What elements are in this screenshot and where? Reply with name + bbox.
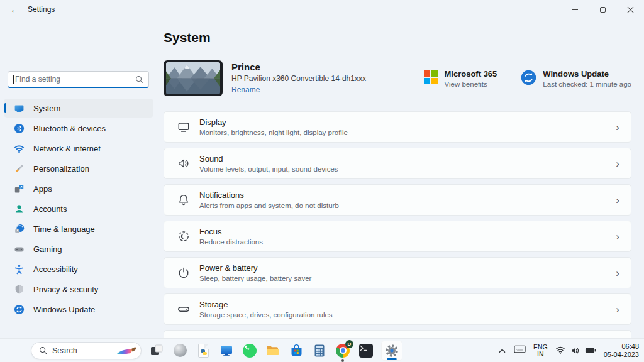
search-icon (39, 346, 47, 354)
wallpaper-image (166, 62, 220, 94)
sidebar-item-gaming[interactable]: Gaming (4, 239, 153, 258)
maximize-button[interactable] (589, 0, 616, 19)
sidebar-item-accessibility[interactable]: Accessibility (4, 260, 153, 278)
sphere-icon (174, 344, 187, 357)
terminal-button[interactable] (358, 343, 374, 359)
clock[interactable]: 06:48 05-04-2023 (604, 343, 639, 359)
chevron-up-icon (498, 348, 506, 354)
row-text: Power & battery Sleep, battery usage, ba… (199, 263, 311, 282)
monitor-icon (219, 343, 234, 358)
close-button[interactable] (616, 0, 644, 19)
sidebar-item-privacy-security[interactable]: Privacy & security (4, 280, 153, 299)
settings-row-display[interactable]: Display Monitors, brightness, night ligh… (164, 111, 631, 143)
sidebar-item-apps[interactable]: Apps (4, 179, 153, 198)
brush-icon (14, 163, 25, 174)
tray-time: 06:48 (604, 343, 639, 351)
device-model: HP Pavilion x360 Convertible 14-dh1xxx (231, 74, 366, 83)
row-title: Sound (199, 154, 338, 163)
power-icon (177, 266, 191, 280)
sidebar-item-label: Accessibility (33, 265, 78, 274)
windows-logo-icon (8, 343, 24, 359)
device-meta: Prince HP Pavilion x360 Convertible 14-d… (231, 62, 366, 95)
microsoft-logo-icon (424, 70, 438, 85)
task-view-button[interactable] (148, 343, 165, 359)
search-highlight-brush-icon (116, 345, 137, 356)
settings-row-sound[interactable]: Sound Volume levels, output, input, soun… (164, 148, 631, 179)
sound-icon (177, 156, 191, 170)
settings-list: Display Monitors, brightness, night ligh… (164, 111, 631, 338)
restore-icon (600, 7, 606, 13)
microsoft-store-button[interactable] (288, 343, 304, 359)
settings-row-power-battery[interactable]: Power & battery Sleep, battery usage, ba… (164, 257, 631, 288)
promo-subtitle: View benefits (445, 80, 497, 88)
sidebar-item-accounts[interactable]: Accounts (4, 199, 153, 218)
shield-icon (14, 284, 25, 295)
promo-text: Microsoft 365 View benefits (445, 69, 497, 88)
taskbar-search[interactable]: Search (31, 342, 142, 359)
settings-row-partial[interactable] (164, 330, 631, 338)
sidebar-item-system[interactable]: System (4, 99, 153, 118)
row-subtitle: Reduce distractions (199, 238, 263, 246)
start-button[interactable] (8, 343, 24, 359)
sidebar-item-network-internet[interactable]: Network & internet (4, 139, 153, 158)
app-title: Settings (28, 5, 55, 14)
volume-status-icon (570, 346, 580, 355)
back-arrow-icon: ← (10, 4, 19, 14)
chrome-profile-badge: D (345, 340, 353, 348)
sidebar-item-time-language[interactable]: Time & language (4, 219, 153, 238)
sidebar-item-personalization[interactable]: Personalization (4, 159, 153, 178)
main-content: System Prince HP Pavilion x36 (157, 19, 644, 338)
settings-app-button[interactable] (381, 341, 402, 361)
tray-chevron-button[interactable] (498, 345, 506, 356)
close-icon (627, 6, 634, 13)
row-text: Display Monitors, brightness, night ligh… (199, 118, 348, 136)
titlebar: ← Settings (0, 0, 644, 19)
language-indicator[interactable]: ENG IN (533, 344, 548, 358)
this-pc-button[interactable] (218, 343, 235, 359)
row-subtitle: Alerts from apps and system, do not dist… (199, 202, 339, 209)
sidebar-item-bluetooth-devices[interactable]: Bluetooth & devices (4, 119, 153, 138)
row-title: Power & battery (199, 263, 311, 273)
microsoft-365-card[interactable]: Microsoft 365 View benefits (424, 69, 497, 88)
row-subtitle: Volume levels, output, input, sound devi… (199, 165, 338, 173)
whatsapp-button[interactable] (242, 343, 258, 359)
rename-link[interactable]: Rename (231, 85, 260, 94)
person-icon (14, 204, 25, 214)
sidebar-item-label: Privacy & security (33, 285, 98, 294)
settings-row-storage[interactable]: Storage Storage space, drives, configura… (164, 293, 631, 325)
language-code: ENG (533, 344, 548, 351)
settings-row-focus[interactable]: Focus Reduce distractions › (164, 221, 631, 252)
tray-status-icons[interactable] (555, 346, 596, 355)
row-text: Focus Reduce distractions (199, 227, 263, 246)
file-explorer-button[interactable] (265, 343, 281, 359)
python-file-button[interactable] (195, 343, 211, 359)
settings-search-box[interactable] (8, 71, 149, 88)
folder-icon (265, 343, 280, 358)
sidebar-nav: System Bluetooth & devices Network & int… (4, 99, 153, 320)
promo-text: Windows Update Last checked: 1 minute ag… (543, 69, 631, 88)
running-indicator (341, 359, 344, 362)
device-header: Prince HP Pavilion x360 Convertible 14-d… (164, 60, 631, 96)
row-title: Notifications (199, 190, 339, 200)
back-button[interactable]: ← (5, 2, 24, 17)
settings-search-input[interactable] (15, 75, 135, 84)
sidebar-item-windows-update[interactable]: Windows Update (4, 300, 153, 319)
bell-icon (177, 193, 191, 207)
text-caret (13, 75, 14, 84)
clock-globe-icon (14, 224, 25, 234)
sidebar-item-label: Accounts (33, 204, 67, 214)
active-indicator (387, 358, 397, 360)
copilot-app-button[interactable] (172, 343, 188, 359)
row-title: Focus (199, 227, 263, 236)
row-title: Storage (199, 300, 333, 309)
minimize-button[interactable] (561, 0, 589, 19)
touch-keyboard-button[interactable] (514, 344, 526, 356)
calculator-button[interactable] (311, 343, 328, 359)
settings-row-notifications[interactable]: Notifications Alerts from apps and syste… (164, 184, 631, 216)
apps-icon (14, 184, 25, 194)
windows-update-card[interactable]: Windows Update Last checked: 1 minute ag… (521, 69, 631, 88)
storage-icon (177, 302, 191, 316)
promo-title: Microsoft 365 (445, 69, 497, 79)
chrome-button[interactable]: D (335, 343, 351, 359)
calculator-icon (313, 344, 326, 358)
